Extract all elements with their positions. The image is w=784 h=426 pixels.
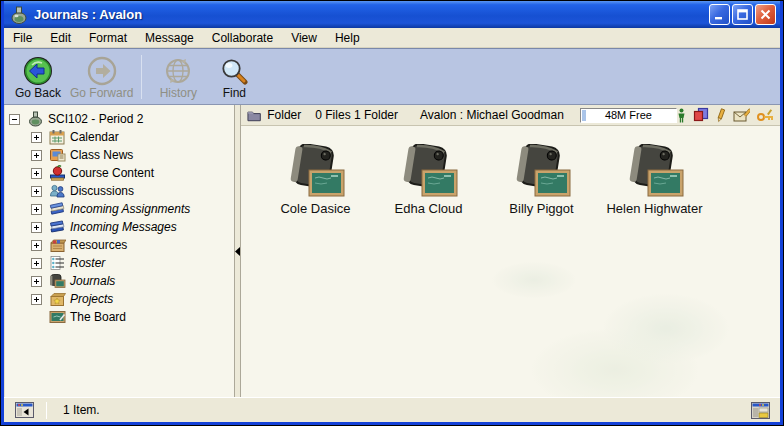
- window-title: Journals : Avalon: [34, 7, 709, 22]
- journal-name: Cole Dasice: [280, 201, 350, 216]
- tree-item-resources[interactable]: Resources: [9, 236, 234, 254]
- layout-icon: [751, 402, 770, 419]
- board-icon: [49, 309, 66, 325]
- menu-message[interactable]: Message: [136, 29, 203, 47]
- journal-name: Billy Piggot: [509, 201, 573, 216]
- tree-item-course-content[interactable]: Course Content: [9, 164, 234, 182]
- menu-help[interactable]: Help: [326, 29, 369, 47]
- history-label: History: [160, 86, 197, 100]
- toolbar: Go Back Go Forward History: [4, 48, 780, 105]
- journal-icon: [513, 144, 571, 197]
- expand-toggle[interactable]: [31, 222, 42, 233]
- panel-splitter[interactable]: [234, 105, 241, 397]
- main-area: SCI102 - Period 2 Calendar: [4, 105, 780, 397]
- collapse-arrow-icon: [235, 247, 240, 256]
- minimize-button[interactable]: [709, 4, 730, 25]
- tree-item-incoming-messages[interactable]: Incoming Messages: [9, 218, 234, 236]
- journals-icon: [49, 273, 66, 289]
- menu-collaborate[interactable]: Collaborate: [203, 29, 282, 47]
- tree-item-journals[interactable]: Journals: [9, 272, 234, 290]
- tree-item-projects[interactable]: Projects: [9, 290, 234, 308]
- layout-view-button[interactable]: [746, 402, 774, 419]
- toolbar-separator: [141, 55, 142, 99]
- item-count-text: 1 Item.: [55, 403, 746, 417]
- tree-item-calendar[interactable]: Calendar: [9, 128, 234, 146]
- find-button[interactable]: Find: [206, 53, 262, 102]
- toggle-tree-panel-button[interactable]: [10, 402, 38, 418]
- status-bar: 1 Item.: [4, 397, 780, 422]
- menu-file[interactable]: File: [4, 29, 41, 47]
- folder-content: Cole Dasice Edha Cloud Billy Piggot Hele…: [241, 126, 780, 397]
- file-panel: Folder 0 Files 1 Folder Avalon : Michael…: [241, 105, 780, 397]
- expand-toggle[interactable]: [31, 168, 42, 179]
- course-content-icon: [49, 165, 66, 181]
- incoming-assignments-icon: [49, 201, 66, 217]
- course-flask-icon: [27, 111, 44, 127]
- calendar-icon: [49, 129, 66, 145]
- key-icon[interactable]: [757, 109, 774, 122]
- statusbar-separator: [46, 402, 47, 419]
- item-counts: 0 Files 1 Folder: [315, 108, 398, 122]
- menu-format[interactable]: Format: [80, 29, 136, 47]
- course-tree: SCI102 - Period 2 Calendar: [4, 105, 234, 397]
- journal-item[interactable]: Helen Highwater: [606, 144, 703, 216]
- forward-icon: [87, 55, 117, 86]
- user-icon[interactable]: [677, 108, 686, 123]
- journal-item[interactable]: Billy Piggot: [493, 144, 590, 216]
- used-space-bar: [582, 110, 586, 121]
- go-back-button[interactable]: Go Back: [10, 53, 66, 102]
- journal-name: Helen Highwater: [606, 201, 702, 216]
- history-icon: [164, 55, 192, 86]
- tree-root-label: SCI102 - Period 2: [48, 112, 143, 126]
- panel-toggle-icon: [15, 402, 34, 418]
- journal-item[interactable]: Edha Cloud: [380, 144, 477, 216]
- tree-item-incoming-assignments[interactable]: Incoming Assignments: [9, 200, 234, 218]
- go-forward-button[interactable]: Go Forward: [66, 53, 137, 102]
- expand-toggle[interactable]: [31, 150, 42, 161]
- menu-edit[interactable]: Edit: [41, 29, 80, 47]
- class-news-icon: [49, 147, 66, 163]
- maximize-button[interactable]: [732, 4, 753, 25]
- journal-item[interactable]: Cole Dasice: [267, 144, 364, 216]
- free-space-label: 48M Free: [605, 109, 652, 121]
- app-flask-icon: [9, 5, 29, 25]
- tree-item-class-news[interactable]: Class News: [9, 146, 234, 164]
- history-button[interactable]: History: [150, 53, 206, 102]
- item-type-label: Folder: [267, 108, 301, 122]
- free-space-gauge: 48M Free: [580, 108, 677, 123]
- resources-icon: [49, 237, 66, 253]
- roster-icon: [49, 255, 66, 271]
- maximize-icon: [737, 9, 748, 20]
- expand-toggle[interactable]: [31, 276, 42, 287]
- tree-item-the-board[interactable]: The Board: [9, 308, 234, 326]
- close-icon: [760, 9, 771, 20]
- back-icon: [23, 55, 53, 86]
- journal-icon: [400, 144, 458, 197]
- tree-item-roster[interactable]: Roster: [9, 254, 234, 272]
- tree-item-discussions[interactable]: Discussions: [9, 182, 234, 200]
- journal-name: Edha Cloud: [395, 201, 463, 216]
- go-forward-label: Go Forward: [70, 86, 133, 100]
- pencil-icon[interactable]: [716, 108, 726, 123]
- copy-icon[interactable]: [693, 107, 709, 123]
- expand-toggle[interactable]: [31, 186, 42, 197]
- tree-root-sci102[interactable]: SCI102 - Period 2: [9, 110, 234, 128]
- folder-icon: [247, 109, 261, 122]
- app-window: Journals : Avalon File Edit Format Messa…: [0, 0, 784, 426]
- menu-view[interactable]: View: [282, 29, 326, 47]
- compose-icon[interactable]: [733, 108, 750, 123]
- collapse-toggle[interactable]: [9, 114, 20, 125]
- minimize-icon: [714, 9, 725, 20]
- expand-toggle[interactable]: [31, 294, 42, 305]
- discussions-icon: [49, 183, 66, 199]
- journal-icon: [626, 144, 684, 197]
- account-label: Avalon : Michael Goodman: [420, 108, 564, 122]
- expand-toggle[interactable]: [31, 204, 42, 215]
- expand-toggle[interactable]: [31, 132, 42, 143]
- close-button[interactable]: [755, 4, 776, 25]
- incoming-messages-icon: [49, 219, 66, 235]
- expand-toggle[interactable]: [31, 240, 42, 251]
- file-panel-header: Folder 0 Files 1 Folder Avalon : Michael…: [241, 105, 780, 126]
- expand-toggle[interactable]: [31, 258, 42, 269]
- find-icon: [220, 55, 248, 86]
